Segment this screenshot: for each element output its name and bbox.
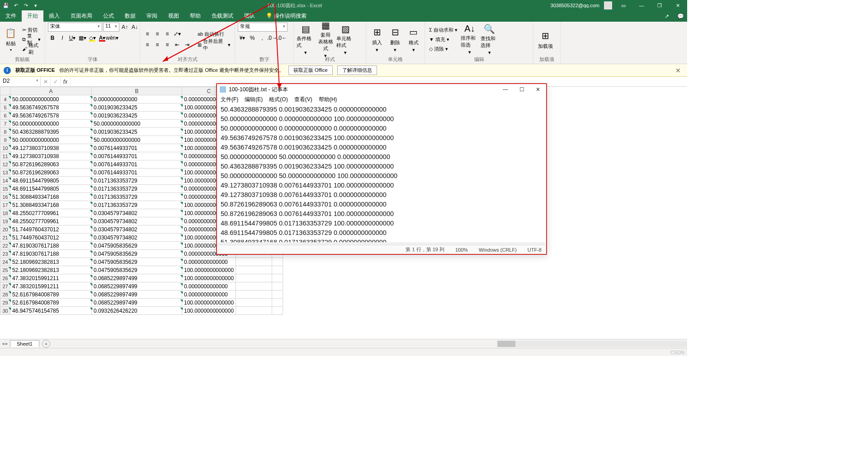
notepad-menu-view[interactable]: 查看(V) [294,96,312,103]
sheet-nav-first-icon[interactable]: ◂ [2,341,5,347]
cell-A28[interactable]: 52.6167984008789 [10,291,92,299]
redo-icon[interactable]: ↷ [23,2,29,9]
comma-icon[interactable]: , [258,33,267,42]
cell-C24[interactable]: 0.0000000000000 [182,258,236,266]
qat-customize-icon[interactable]: ▾ [33,2,39,9]
fx-icon[interactable]: fx [61,77,71,86]
cell-B7[interactable]: 50.0000000000000 [92,120,182,128]
cell-E30[interactable] [272,307,283,315]
font-name-select[interactable]: 宋体 [48,23,102,32]
wrap-text-button[interactable]: ab 自动换行 [196,29,232,38]
fill-button[interactable]: ▼ 填充 ▾ [428,35,459,44]
cell-A16[interactable]: 51.3088493347168 [10,193,92,201]
cell-D28[interactable] [236,291,272,299]
table-format-button[interactable]: ▦套用 表格格式▾ [316,24,335,54]
cell-B23[interactable]: 0.0475905835629 [92,250,182,258]
align-center-icon[interactable]: ≡ [153,40,162,49]
cell-A6[interactable]: 49.5636749267578 [10,112,92,120]
percent-icon[interactable]: % [248,33,257,42]
sort-filter-button[interactable]: A↓排序和筛选▾ [461,24,479,54]
cell-B22[interactable]: 0.0475905835629 [92,242,182,250]
tab-tellme[interactable]: 💡 操作说明搜索 [260,10,312,22]
message-close-icon[interactable]: ✕ [673,67,684,74]
ribbon-display-icon[interactable]: ▭ [617,0,630,11]
tab-formulas[interactable]: 公式 [98,10,119,22]
notepad-minimize-icon[interactable]: — [497,84,514,95]
autosum-button[interactable]: Σ 自动求和 ▾ [428,25,459,34]
cell-D30[interactable] [236,307,272,315]
cell-B28[interactable]: 0.0685229897499 [92,291,182,299]
increase-indent-icon[interactable]: ⇥ [183,40,192,49]
align-middle-icon[interactable]: ≡ [153,29,162,38]
close-icon[interactable]: ✕ [671,0,684,11]
tab-home[interactable]: 开始 [22,10,43,22]
tab-insert[interactable]: 插入 [43,10,65,22]
cell-A19[interactable]: 48.2550277709961 [10,217,92,225]
conditional-format-button[interactable]: ▤条件格式▾ [297,24,315,54]
cell-A4[interactable]: 50.0000000000000 [10,95,92,103]
cell-A13[interactable]: 50.8726196289063 [10,169,92,177]
tab-view[interactable]: 视图 [163,10,184,22]
cell-C29[interactable]: 100.0000000000000 [182,299,236,307]
cell-B19[interactable]: 0.0304579734802 [92,217,182,225]
cell-C28[interactable]: 0.0000000000000 [182,291,236,299]
cell-A5[interactable]: 49.5636749267578 [10,103,92,112]
cell-B12[interactable]: 0.0076144933701 [92,160,182,169]
cell-D24[interactable] [236,258,272,266]
cell-A18[interactable]: 48.2550277709961 [10,209,92,217]
cell-A11[interactable]: 49.1273803710938 [10,152,92,160]
underline-button[interactable]: U▾ [68,33,77,42]
minimize-icon[interactable]: — [635,0,648,11]
sheet-tab[interactable]: Sheet1 [10,340,39,347]
cell-B27[interactable]: 0.0685229897499 [92,282,182,291]
cell-C25[interactable]: 100.0000000000000 [182,266,236,274]
cell-A26[interactable]: 47.3832015991211 [10,274,92,282]
notepad-menu-file[interactable]: 文件(F) [221,96,238,103]
add-sheet-button[interactable]: + [42,340,50,348]
comments-icon[interactable]: 💬 [674,11,687,22]
fill-color-button[interactable]: ◇▾ [88,33,97,42]
tab-loadtest[interactable]: 负载测试 [206,10,239,22]
cell-A9[interactable]: 50.0000000000000 [10,136,92,144]
cell-E28[interactable] [272,291,283,299]
cell-E24[interactable] [272,258,283,266]
tab-data[interactable]: 数据 [119,10,141,22]
share-icon[interactable]: ↗ [660,11,674,22]
cancel-formula-icon[interactable]: ✕ [41,77,51,86]
select-all-corner[interactable] [0,87,10,95]
tab-help[interactable]: 帮助 [184,10,206,22]
clear-button[interactable]: ◇ 清除 ▾ [428,44,459,53]
increase-decimal-icon[interactable]: .0→ [268,33,277,42]
cell-A7[interactable]: 50.0000000000000 [10,120,92,128]
cell-A17[interactable]: 51.3088493347168 [10,201,92,209]
notepad-menu-edit[interactable]: 编辑(E) [245,96,263,103]
format-painter-button[interactable]: 🖌 格式刷 [21,44,42,53]
cell-C27[interactable]: 0.0000000000000 [182,282,236,291]
tab-file[interactable]: 文件 [0,10,22,22]
cell-A23[interactable]: 47.8190307617188 [10,250,92,258]
tab-team[interactable]: 团队 [239,10,260,22]
notepad-menu-help[interactable]: 帮助(H) [319,96,337,103]
font-color-button[interactable]: A▾ [98,33,107,42]
avatar[interactable] [604,1,612,9]
column-header-B[interactable]: B [92,87,182,95]
cell-B14[interactable]: 0.0171363353729 [92,177,182,185]
merge-center-button[interactable]: ⊞ 合并后居中 ▾ [196,40,232,49]
maximize-icon[interactable]: ❐ [653,0,666,11]
cell-B26[interactable]: 0.0685229897499 [92,274,182,282]
notepad-maximize-icon[interactable]: ☐ [514,84,530,95]
cell-D26[interactable] [236,274,272,282]
cell-A15[interactable]: 48.6911544799805 [10,185,92,193]
tab-layout[interactable]: 页面布局 [65,10,98,22]
cell-A22[interactable]: 47.8190307617188 [10,242,92,250]
cell-B18[interactable]: 0.0304579734802 [92,209,182,217]
delete-cells-button[interactable]: ⊟删除▾ [387,24,403,54]
cell-B21[interactable]: 0.0304579734802 [92,234,182,242]
align-right-icon[interactable]: ≡ [163,40,172,49]
phonetic-button[interactable]: wén▾ [108,33,117,42]
find-select-button[interactable]: 🔍查找和选择▾ [481,24,499,54]
cell-A10[interactable]: 49.1273803710938 [10,144,92,152]
cell-B25[interactable]: 0.0475905835629 [92,266,182,274]
format-cells-button[interactable]: ▭格式▾ [406,24,422,54]
cell-B17[interactable]: 0.0171363353729 [92,201,182,209]
